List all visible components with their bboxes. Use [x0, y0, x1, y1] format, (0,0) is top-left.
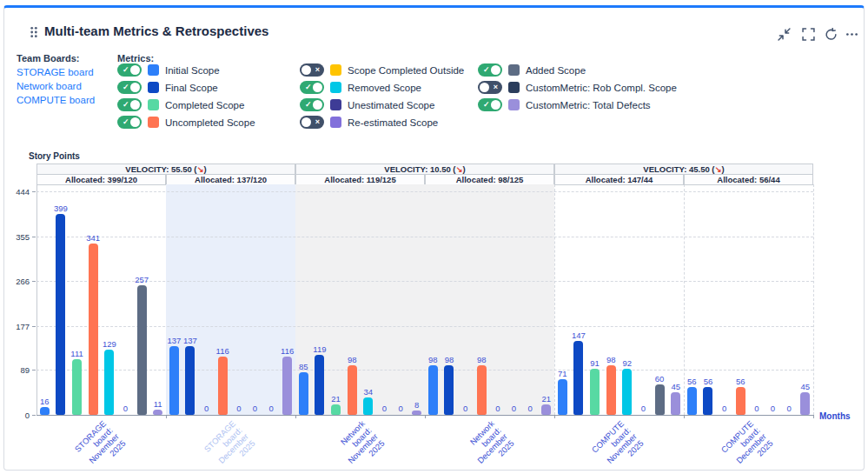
bar-completed-scope	[72, 359, 82, 415]
bar-final-scope	[315, 355, 324, 415]
team-board-link-3[interactable]: COMPUTE board	[17, 93, 95, 107]
metric-toggle[interactable]: ✓	[300, 98, 324, 111]
y-tick-label: 177	[2, 322, 30, 331]
bar-value-label: 21	[321, 394, 351, 404]
bar-chart: VELOCITY: 55.50 (↘)VELOCITY: 10.50 (↘)VE…	[36, 164, 813, 474]
metric-row: ×Re-estimated Scope	[300, 116, 464, 129]
bar-custommetric-total-defects	[541, 404, 551, 415]
bar-value-label: 8	[402, 400, 432, 410]
toggle-knob	[301, 65, 311, 75]
x-axis-category-label[interactable]: STORAGE board: November 2025	[63, 419, 128, 474]
bar-value-label: 341	[78, 233, 108, 243]
metric-label: Unestimated Scope	[348, 100, 434, 110]
y-tick-mark	[32, 370, 36, 371]
toggle-state-icon: ×	[315, 117, 320, 128]
metric-color-swatch	[508, 99, 520, 110]
x-axis-line	[36, 415, 813, 416]
bar-custommetric-total-defects	[153, 410, 162, 415]
bar-value-label: 92	[613, 358, 642, 368]
bar-value-label: 85	[288, 362, 318, 371]
metric-color-swatch	[148, 82, 159, 93]
y-tick-mark	[32, 415, 36, 416]
toggle-knob	[301, 117, 311, 127]
x-tick-mark	[813, 415, 814, 418]
toggle-knob	[130, 65, 140, 75]
team-board-link-1[interactable]: STORAGE board	[17, 65, 95, 79]
metrics-gadget: Multi-team Metrics & Retrospectives Tea	[3, 5, 865, 471]
velocity-value: VELOCITY: 45.50 (	[643, 164, 714, 174]
metric-label: Added Scope	[526, 65, 586, 76]
metric-row: ✓Added Scope	[478, 63, 677, 77]
metric-color-swatch	[148, 99, 159, 110]
bar-value-label: 147	[564, 330, 593, 340]
metric-toggle[interactable]: ×	[478, 81, 502, 94]
toggle-state-icon: ×	[494, 82, 498, 93]
y-gridline	[36, 370, 813, 371]
group-separator-line	[813, 184, 814, 415]
toggle-state-icon: ×	[315, 64, 320, 76]
metric-toggle[interactable]: ✓	[117, 116, 142, 129]
x-axis-category-label[interactable]: Network board: November 2025	[322, 419, 387, 474]
metric-toggle[interactable]: ✓	[117, 98, 142, 111]
metric-label: Scope Completed Outside	[348, 65, 464, 76]
bar-uncompleted-scope	[89, 244, 98, 415]
team-board-link-2[interactable]: Network board	[17, 79, 95, 93]
metric-color-swatch	[508, 64, 520, 76]
metric-label: CustomMetric: Rob Compl. Scope	[526, 83, 677, 93]
allocated-header-cell: Allocated: 147/44	[554, 174, 684, 185]
metric-toggle[interactable]: ✓	[300, 81, 324, 94]
fullscreen-icon[interactable]	[802, 28, 815, 41]
toggle-knob	[130, 100, 140, 110]
metric-toggle[interactable]: ✓	[478, 63, 502, 77]
velocity-paren: )	[203, 164, 206, 174]
bar-value-label: 399	[46, 204, 76, 213]
bar-value-label: 257	[127, 275, 156, 284]
metric-row: ✓Removed Scope	[300, 81, 464, 94]
y-tick-label: 266	[2, 277, 30, 286]
more-options-icon[interactable]	[845, 28, 858, 41]
bar-value-label: 45	[661, 382, 691, 391]
metric-toggle[interactable]: ✓	[478, 98, 502, 111]
velocity-paren: )	[462, 164, 465, 174]
y-tick-mark	[32, 281, 36, 282]
bar-custommetric-total-defects	[412, 411, 421, 415]
x-axis-category-label[interactable]: COMPUTE board: December 2025	[711, 419, 775, 474]
refresh-icon[interactable]	[825, 28, 838, 41]
metric-label: Final Scope	[165, 83, 218, 93]
y-tick-mark	[32, 237, 36, 237]
metrics-label: Metrics:	[117, 53, 154, 63]
metric-toggle[interactable]: ✓	[117, 81, 142, 94]
x-axis-category-label[interactable]: COMPUTE board: November 2025	[581, 419, 646, 474]
page-title: Multi-team Metrics & Retrospectives	[44, 23, 268, 38]
velocity-value: VELOCITY: 55.50 (	[125, 164, 196, 174]
y-gridline	[36, 191, 813, 192]
x-axis-title: Months	[819, 411, 851, 421]
metric-toggle[interactable]: ×	[300, 63, 324, 77]
toggle-state-icon: ✓	[123, 64, 129, 76]
bar-value-label: 116	[273, 346, 302, 356]
collapse-icon[interactable]	[778, 28, 791, 41]
metric-label: Uncompleted Scope	[165, 117, 255, 128]
bar-value-label: 116	[208, 346, 237, 356]
x-axis-category-label[interactable]: STORAGE board: December 2025	[193, 419, 257, 474]
toggle-state-icon: ✓	[483, 99, 490, 110]
metric-row: ✓Unestimated Scope	[300, 98, 464, 111]
drag-handle-icon[interactable]	[29, 26, 39, 38]
bar-value-label: 0	[774, 404, 804, 413]
metric-label: Completed Scope	[165, 100, 244, 110]
x-axis-category-label[interactable]: Network board: December 2025	[452, 419, 516, 474]
metric-toggle[interactable]: ×	[300, 116, 324, 129]
team-boards-label: Team Boards:	[17, 53, 80, 63]
y-gridline	[36, 326, 813, 327]
y-tick-label: 89	[2, 365, 30, 375]
bar-value-label: 45	[791, 382, 820, 391]
allocated-header-cell: Allocated: 56/44	[684, 174, 813, 185]
metric-row: ✓Initial Scope	[117, 63, 255, 77]
metric-label: Re-estimated Scope	[348, 117, 438, 128]
bar-value-label: 0	[451, 404, 480, 413]
bar-value-label: 119	[305, 344, 335, 354]
y-axis-line	[36, 184, 37, 415]
metric-toggle[interactable]: ✓	[117, 63, 142, 77]
bar-value-label: 56	[693, 377, 723, 386]
bar-value-label: 98	[467, 355, 496, 364]
